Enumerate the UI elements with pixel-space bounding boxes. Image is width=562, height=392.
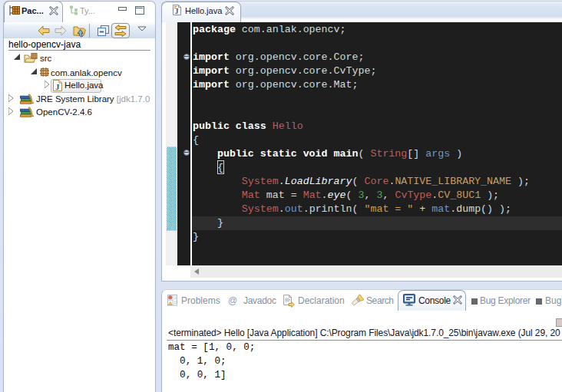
svg-text:J: J bbox=[55, 82, 60, 91]
svg-text:J: J bbox=[175, 7, 179, 15]
